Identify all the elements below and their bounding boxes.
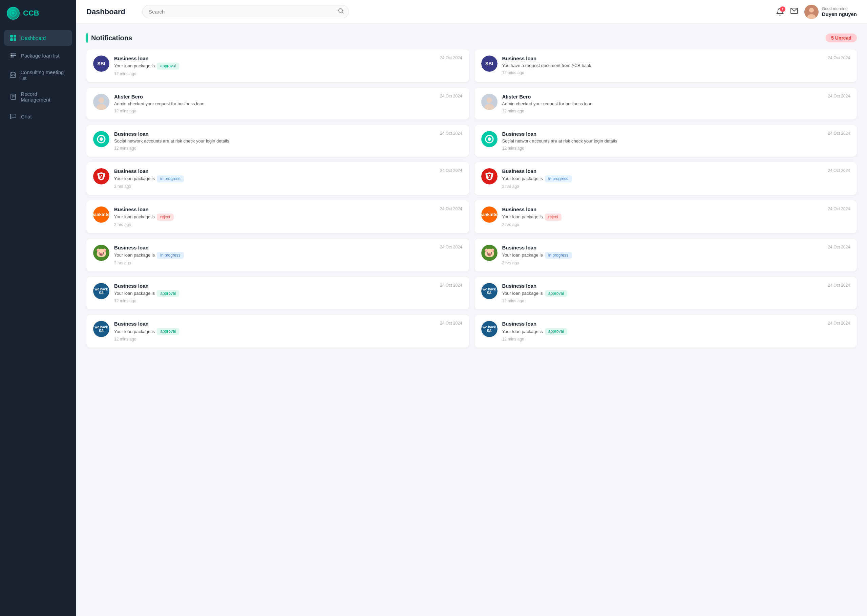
notification-card[interactable]: Business loan Social network accounts ar…	[87, 125, 469, 157]
mail-button[interactable]	[790, 7, 798, 17]
status-badge: approval	[545, 328, 567, 335]
svg-text:A: A	[488, 174, 490, 178]
notif-avatar: 🐷	[93, 245, 109, 261]
svg-point-2	[13, 10, 14, 11]
notification-card[interactable]: bankinter Business loan Your loan packag…	[475, 200, 857, 233]
notif-avatar	[93, 94, 109, 110]
status-badge: reject	[545, 214, 562, 221]
notif-body: Business loan Your loan package is in pr…	[502, 168, 823, 189]
svg-point-24	[339, 8, 342, 12]
logo[interactable]: CCB	[0, 0, 76, 27]
notification-card[interactable]: A Business loan Your loan package is in …	[87, 162, 469, 195]
notif-avatar: bankinter	[93, 206, 109, 223]
notif-date: 24,Oct 2024	[440, 206, 462, 211]
notif-title: Business loan	[502, 245, 823, 250]
user-info[interactable]: Good morning Duyen nguyen	[804, 5, 857, 19]
svg-rect-5	[10, 38, 13, 41]
svg-rect-3	[10, 35, 13, 38]
logo-text: CCB	[23, 9, 39, 17]
notif-desc: Your loan package is approval	[114, 290, 435, 297]
notif-body: Business loan You have a request documen…	[502, 55, 823, 75]
svg-line-25	[342, 12, 343, 14]
notification-card[interactable]: we back SA Business loan Your loan packa…	[475, 277, 857, 310]
status-badge: approval	[157, 328, 179, 335]
notification-card[interactable]: SBI Business loan Your loan package is a…	[87, 49, 469, 82]
notification-card[interactable]: Alister Bero Admin checked your request …	[87, 88, 469, 119]
notification-card[interactable]: bankinter Business loan Your loan packag…	[87, 200, 469, 233]
notif-title: Business loan	[114, 131, 435, 137]
section-bar	[87, 33, 88, 42]
main-area: Dashboard 1	[76, 0, 867, 616]
search-bar	[142, 5, 349, 18]
sidebar-item-package-loan-list[interactable]: Package loan list	[4, 47, 72, 64]
notif-desc: Admin checked your request for business …	[114, 101, 435, 107]
notif-body: Business loan Your loan package is rejec…	[114, 206, 435, 227]
notif-body: Alister Bero Admin checked your request …	[114, 94, 435, 113]
notif-desc: Social network accounts are at risk chec…	[502, 138, 823, 144]
notif-date: 24,Oct 2024	[828, 94, 850, 99]
sidebar-item-label: Consulting meeting list	[20, 69, 67, 81]
notification-card[interactable]: we back SA Business loan Your loan packa…	[87, 277, 469, 310]
notification-card[interactable]: Business loan Social network accounts ar…	[475, 125, 857, 157]
unread-badge: 5 Unread	[826, 33, 857, 42]
notification-card[interactable]: 🐷 Business loan Your loan package is in …	[475, 239, 857, 272]
section-title-wrap: Notifications	[87, 33, 132, 42]
section-title: Notifications	[91, 34, 132, 42]
svg-point-39	[488, 137, 491, 141]
notif-desc: Your loan package is in progress	[502, 175, 823, 182]
svg-point-31	[99, 97, 104, 103]
notif-date: 24,Oct 2024	[440, 94, 462, 99]
notification-card[interactable]: Alister Bero Admin checked your request …	[475, 88, 857, 119]
sidebar-item-consulting-meeting-list[interactable]: Consulting meeting list	[4, 65, 72, 85]
notif-avatar: we back SA	[93, 321, 109, 337]
consulting-icon	[9, 71, 16, 79]
notif-time: 2 hrs ago	[502, 184, 823, 189]
notif-desc: Admin checked your request for business …	[502, 101, 823, 107]
notif-avatar: we back SA	[481, 283, 497, 299]
notif-body: Business loan Your loan package is in pr…	[502, 245, 823, 266]
notif-avatar: A	[481, 168, 497, 184]
notif-title: Business loan	[502, 321, 823, 327]
notif-time: 12 mins ago	[114, 299, 435, 303]
notif-avatar	[481, 94, 497, 110]
notif-date: 24,Oct 2024	[828, 206, 850, 211]
notif-title: Business loan	[114, 168, 435, 174]
status-badge: in progress	[545, 252, 572, 259]
notification-card[interactable]: A Business loan Your loan package is in …	[475, 162, 857, 195]
notification-card[interactable]: SBI Business loan You have a request doc…	[475, 49, 857, 82]
svg-point-34	[487, 97, 492, 103]
svg-point-28	[809, 8, 814, 13]
notification-button[interactable]: 1	[776, 8, 784, 16]
notif-body: Business loan Your loan package is in pr…	[114, 245, 435, 266]
search-button[interactable]	[338, 8, 344, 16]
notif-date: 24,Oct 2024	[440, 283, 462, 288]
notif-time: 12 mins ago	[502, 71, 823, 75]
status-badge: in progress	[157, 252, 184, 259]
dashboard-icon	[9, 34, 17, 42]
sidebar-item-chat[interactable]: Chat	[4, 108, 72, 124]
notif-title: Alister Bero	[502, 94, 823, 99]
notif-desc: Your loan package is approval	[114, 63, 435, 70]
notification-card[interactable]: we back SA Business loan Your loan packa…	[475, 315, 857, 347]
notif-time: 12 mins ago	[502, 146, 823, 151]
sidebar-item-label: Package loan list	[21, 53, 59, 58]
notif-time: 12 mins ago	[502, 337, 823, 341]
user-name: Duyen nguyen	[822, 11, 857, 17]
notif-title: Business loan	[502, 283, 823, 289]
notif-desc: Your loan package is approval	[502, 328, 823, 335]
search-input[interactable]	[142, 5, 349, 18]
notif-body: Alister Bero Admin checked your request …	[502, 94, 823, 113]
svg-rect-4	[14, 35, 16, 38]
status-badge: approval	[545, 290, 567, 297]
notif-date: 24,Oct 2024	[828, 245, 850, 250]
sidebar-item-record-management[interactable]: Record Management	[4, 86, 72, 107]
sidebar-item-dashboard[interactable]: Dashboard	[4, 30, 72, 46]
notification-card[interactable]: we back SA Business loan Your loan packa…	[87, 315, 469, 347]
svg-point-1	[12, 12, 14, 14]
notif-desc: Your loan package is in progress	[114, 252, 435, 259]
notification-card[interactable]: 🐷 Business loan Your loan package is in …	[87, 239, 469, 272]
notif-time: 12 mins ago	[502, 108, 823, 113]
notif-date: 24,Oct 2024	[440, 245, 462, 250]
notif-avatar: A	[93, 168, 109, 184]
notif-date: 24,Oct 2024	[828, 321, 850, 325]
